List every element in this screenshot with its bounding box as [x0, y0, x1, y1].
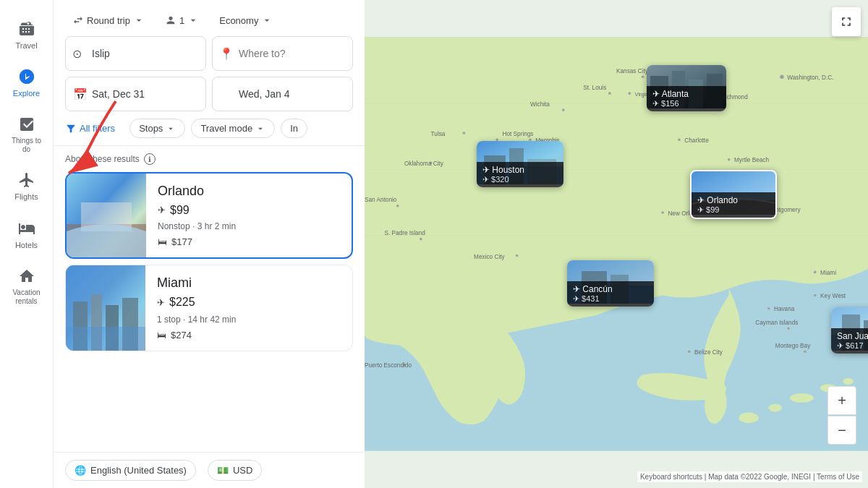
svg-text:Mexico City: Mexico City [474, 254, 505, 260]
svg-point-69 [642, 75, 644, 78]
passengers-dropdown[interactable]: 1 [158, 10, 206, 30]
flight-icon: ✈ [158, 205, 166, 215]
hotel-icon-miami: 🛏 [157, 330, 166, 341]
cancun-pin[interactable]: ✈ Cancún ✈ $431 [567, 260, 654, 307]
svg-text:St. Louis: St. Louis [583, 85, 606, 91]
map-attribution: Keyboard shortcuts | Map data ©2022 Goog… [637, 471, 862, 482]
sidebar-item-travel[interactable]: Travel [2, 12, 51, 58]
sidebar-item-flights[interactable]: Flights [2, 163, 51, 209]
class-label: Economy [219, 15, 258, 26]
origin-icon: ⊙ [72, 47, 82, 61]
svg-text:Puerto Escondido: Puerto Escondido [365, 362, 412, 369]
passengers-label: 1 [179, 15, 184, 26]
date-row: 📅 Sat, Dec 31 Wed, Jan 4 [65, 77, 353, 111]
sidebar: Travel Explore Things todo Flights Hotel… [0, 0, 54, 488]
miami-hotel-price: $274 [171, 330, 192, 341]
orlando-flight-price: $99 [170, 204, 190, 217]
sidebar-item-travel-label: Travel [15, 41, 37, 51]
houston-pin[interactable]: ✈ Houston ✈ $320 [477, 141, 563, 187]
svg-point-15 [843, 378, 854, 385]
travel-icon [17, 19, 37, 39]
svg-text:S. Padre Island: S. Padre Island [384, 230, 425, 236]
svg-point-53 [396, 205, 399, 207]
svg-point-55 [420, 238, 422, 241]
sanjuan-pin-label: San Juan ✈ $617 [831, 328, 868, 354]
svg-point-25 [678, 138, 681, 141]
orlando-pin[interactable]: ✈ Orlando ✈ $99 [690, 170, 777, 219]
svg-point-61 [787, 327, 790, 330]
svg-text:Miami: Miami [820, 270, 836, 276]
depart-date-input[interactable]: 📅 Sat, Dec 31 [65, 77, 206, 111]
depart-date-label: Sat, Dec 31 [92, 88, 145, 100]
info-icon: ℹ [144, 153, 156, 165]
svg-text:Tulsa: Tulsa [431, 131, 446, 137]
all-filters-label: All filters [80, 123, 115, 134]
origin-input[interactable] [65, 36, 206, 71]
svg-text:Belize City: Belize City [694, 349, 723, 356]
language-btn[interactable]: 🌐 English (United States) [65, 460, 196, 481]
sidebar-item-hotels-label: Hotels [15, 241, 38, 250]
more-filter-btn[interactable]: In [281, 119, 307, 138]
sidebar-item-things-to-do[interactable]: Things todo [2, 107, 51, 161]
orlando-card-content: Orlando ✈ $99 Nonstop · 3 hr 2 min 🛏 $17… [146, 174, 352, 257]
svg-point-11 [739, 413, 758, 424]
hotel-icon: 🛏 [158, 236, 167, 247]
svg-point-47 [463, 132, 466, 134]
flight-icon-miami: ✈ [157, 297, 165, 308]
sidebar-item-things-label: Things todo [12, 137, 41, 154]
zoom-out-btn[interactable]: − [827, 416, 856, 445]
svg-point-63 [804, 350, 807, 353]
atlanta-pin-label: ✈ Atlanta ✈ $156 [647, 86, 726, 111]
cancun-pin-label: ✈ Cancún ✈ $431 [567, 281, 654, 307]
zoom-in-btn[interactable]: + [827, 386, 856, 415]
svg-text:Montego Bay: Montego Bay [775, 343, 811, 349]
globe-icon: 🌐 [75, 465, 86, 476]
svg-text:Key West: Key West [820, 293, 846, 299]
atlanta-pin[interactable]: ✈ Atlanta ✈ $156 [647, 65, 726, 111]
svg-point-57 [516, 254, 519, 257]
miami-flight-info: ✈ $225 [157, 296, 341, 309]
round-trip-dropdown[interactable]: Round trip [65, 10, 152, 30]
svg-point-23 [628, 92, 631, 95]
miami-flight-price: $225 [169, 296, 195, 309]
results-area[interactable]: About these results ℹ Orlando ✈ $99 Nons… [54, 146, 365, 452]
svg-text:Washington, D.C.: Washington, D.C. [787, 74, 833, 81]
return-date-input[interactable]: Wed, Jan 4 [212, 77, 353, 111]
things-to-do-icon [17, 114, 37, 134]
orlando-city: Orlando [158, 184, 340, 199]
map-area[interactable]: Washington, D.C. Richmond Virginia Beach… [365, 0, 868, 488]
location-row: ⊙ 📍 [65, 36, 353, 71]
svg-point-65 [562, 108, 565, 111]
all-filters-btn[interactable]: All filters [65, 119, 124, 138]
destination-wrapper: 📍 [212, 36, 353, 71]
svg-text:Wichita: Wichita [530, 101, 550, 108]
svg-point-27 [728, 158, 731, 161]
map-expand-btn[interactable] [832, 7, 861, 36]
vacation-icon [17, 266, 37, 286]
travel-mode-filter-btn[interactable]: Travel mode [191, 119, 275, 138]
flight-card-miami[interactable]: Miami ✈ $225 1 stop · 14 hr 42 min 🛏 $27… [65, 265, 353, 351]
sanjuan-pin[interactable]: San Juan ✈ $617 [831, 307, 868, 354]
svg-text:Havana: Havana [774, 306, 795, 312]
svg-point-41 [767, 307, 770, 310]
flight-card-orlando[interactable]: Orlando ✈ $99 Nonstop · 3 hr 2 min 🛏 $17… [65, 172, 353, 259]
orlando-hotel-price: $177 [171, 236, 192, 247]
currency-btn[interactable]: 💵 USD [208, 460, 262, 481]
svg-point-37 [814, 271, 817, 274]
class-dropdown[interactable]: Economy [212, 10, 280, 30]
miami-image [66, 265, 145, 351]
miami-hotel-row: 🛏 $274 [157, 330, 341, 341]
sidebar-item-vacation[interactable]: Vacationrentals [2, 259, 51, 313]
search-fields: ⊙ 📍 📅 Sat, Dec 31 Wed, Jan 4 [54, 36, 365, 111]
currency-label: USD [233, 465, 252, 476]
svg-text:Charlotte: Charlotte [684, 137, 709, 144]
destination-icon: 📍 [219, 47, 234, 61]
sidebar-item-hotels[interactable]: Hotels [2, 211, 51, 257]
svg-point-19 [780, 75, 783, 79]
stops-filter-btn[interactable]: Stops [129, 119, 185, 138]
return-date-label: Wed, Jan 4 [239, 88, 290, 100]
main-content: Round trip 1 Economy ⊙ 📍 [54, 0, 868, 488]
orlando-flight-info: ✈ $99 [158, 204, 340, 217]
sidebar-item-explore[interactable]: Explore [2, 59, 51, 106]
origin-wrapper: ⊙ [65, 36, 206, 71]
